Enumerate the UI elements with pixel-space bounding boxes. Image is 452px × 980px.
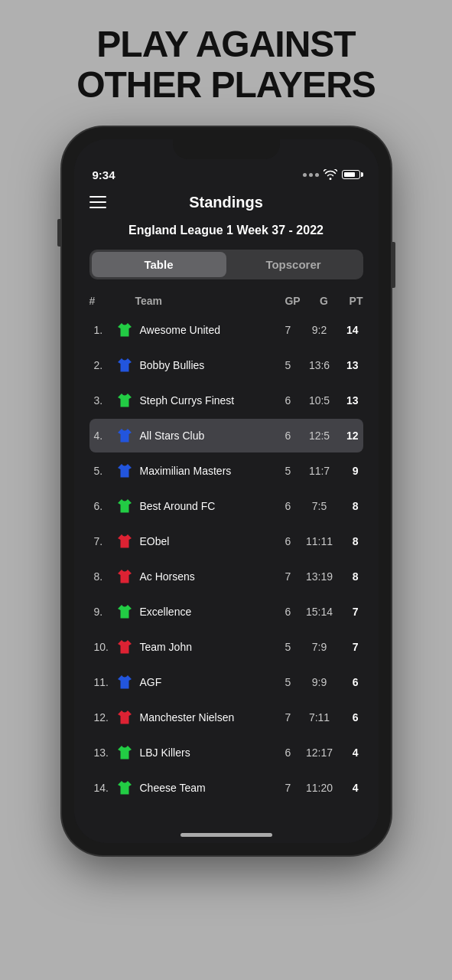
g-value: 11:11 [302,535,337,547]
jersey-icon [115,638,134,656]
team-row: 4. All Stars Club 6 12:5 12 [89,419,363,452]
phone-screen: 9:34 [74,139,379,843]
hamburger-line-1 [89,196,106,198]
rank-number: 10. [94,641,115,653]
pt-value: 12 [337,430,359,442]
app-content: Standings England League 1 Week 37 - 202… [74,188,379,822]
team-name: Bobby Bullies [140,359,275,371]
tab-table[interactable]: Table [92,252,226,277]
team-name: Steph Currys Finest [140,394,275,407]
header-pt: PT [342,295,363,307]
signal-dot-2 [309,173,313,177]
gp-value: 6 [275,746,302,759]
header-rank: # [89,295,111,307]
gp-value: 5 [275,359,302,371]
gp-value: 7 [275,711,302,724]
jersey-icon [115,743,134,762]
jersey-icon [115,779,134,797]
g-value: 10:5 [302,394,337,407]
jersey-icon [115,391,134,410]
team-row: 1. Awesome United 7 9:2 14 [89,313,363,347]
pt-value: 4 [337,746,359,759]
g-value: 9:9 [302,676,337,688]
status-time: 9:34 [93,168,115,181]
jersey-icon [115,426,134,445]
jersey-icon [115,497,134,515]
pt-value: 8 [337,570,359,583]
hamburger-menu-button[interactable] [89,196,106,208]
gp-value: 5 [275,465,302,477]
rank-number: 5. [94,465,115,477]
jersey-icon [115,567,134,586]
headline-line2: OTHER PLAYERS [76,64,376,105]
team-row: 14. Cheese Team 7 11:20 4 [89,771,363,805]
signal-dots [303,173,319,177]
rank-number: 11. [94,676,115,688]
g-value: 11:7 [302,465,337,477]
g-value: 11:20 [302,782,337,794]
g-value: 12:17 [302,746,337,759]
team-name: Excellence [140,606,275,618]
league-title: England League 1 Week 37 - 2022 [89,224,363,237]
g-value: 13:19 [302,570,337,583]
rank-number: 14. [94,782,115,794]
rank-number: 6. [94,500,115,512]
header-g: G [307,295,342,307]
g-value: 15:14 [302,606,337,618]
pt-value: 13 [337,359,359,371]
side-button-right [392,242,395,288]
team-row: 10. Team John 5 7:9 7 [89,630,363,664]
jersey-icon [115,321,134,339]
team-name: Team John [140,641,275,653]
team-name: AGF [140,676,275,688]
rank-number: 9. [94,606,115,618]
gp-value: 7 [275,570,302,583]
team-row: 8. Ac Horsens 7 13:19 8 [89,560,363,593]
jersey-icon [115,356,134,374]
gp-value: 7 [275,782,302,794]
headline-line1: PLAY AGAINST [96,24,355,64]
hamburger-line-3 [89,207,106,208]
pt-value: 6 [337,711,359,724]
headline: PLAY AGAINST OTHER PLAYERS [61,0,391,127]
header-gp: GP [279,295,307,307]
team-row: 6. Best Around FC 6 7:5 8 [89,489,363,523]
jersey-icon [115,462,134,480]
team-row: 2. Bobby Bullies 5 13:6 13 [89,348,363,382]
team-row: 3. Steph Currys Finest 6 10:5 13 [89,384,363,417]
pt-value: 14 [337,324,359,336]
wifi-icon [324,169,337,180]
team-name: Cheese Team [140,782,275,794]
tab-topscorer[interactable]: Topscorer [226,252,361,277]
signal-dot-3 [315,173,319,177]
rank-number: 12. [94,711,115,724]
team-name: Maximilian Masters [140,465,275,477]
side-button-left [57,219,60,247]
status-bar: 9:34 [74,159,379,188]
team-row: 13. LBJ Killers 6 12:17 4 [89,736,363,769]
g-value: 7:11 [302,711,337,724]
g-value: 9:2 [302,324,337,336]
signal-dot-1 [303,173,307,177]
jersey-icon [115,708,134,727]
team-name: EObel [140,535,275,547]
rank-number: 3. [94,394,115,407]
g-value: 7:9 [302,641,337,653]
phone-wrapper: 9:34 [62,127,391,855]
rank-number: 2. [94,359,115,371]
jersey-icon [115,603,134,621]
home-bar [180,833,272,837]
header-team: Team [111,295,279,307]
team-row: 11. AGF 5 9:9 6 [89,665,363,699]
team-name: Ac Horsens [140,570,275,583]
rank-number: 4. [94,430,115,442]
gp-value: 6 [275,535,302,547]
team-name: Awesome United [140,324,275,336]
pt-value: 7 [337,641,359,653]
gp-value: 6 [275,606,302,618]
team-row: 5. Maximilian Masters 5 11:7 9 [89,454,363,488]
gp-value: 5 [275,676,302,688]
jersey-icon [115,673,134,691]
home-indicator [74,822,379,843]
gp-value: 6 [275,500,302,512]
